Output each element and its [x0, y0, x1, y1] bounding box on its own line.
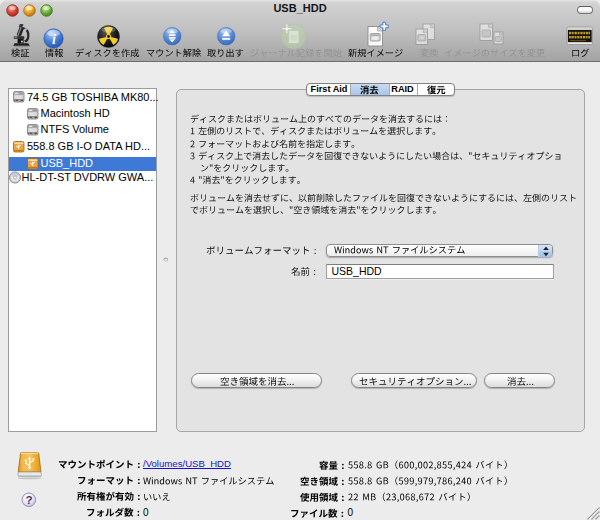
svg-text:?: ? [25, 494, 32, 506]
svg-text:i: i [52, 32, 56, 47]
